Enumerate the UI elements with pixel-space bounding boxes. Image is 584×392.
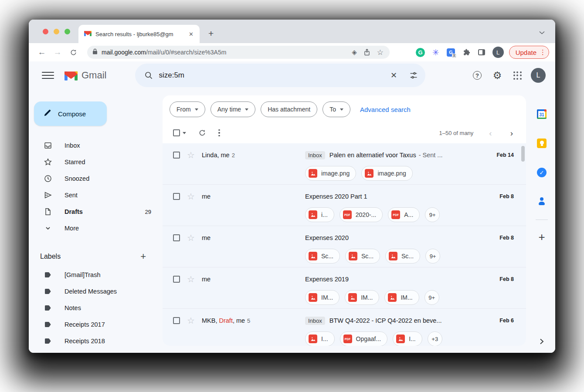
- label-item[interactable]: Receipts 2017: [29, 316, 163, 333]
- label-item[interactable]: [Gmail]Trash: [29, 267, 163, 283]
- label-item[interactable]: Notes: [29, 300, 163, 316]
- attachment-chip[interactable]: PDF 2020-...: [340, 207, 383, 222]
- sidebar-item-snoozed[interactable]: Snoozed: [29, 170, 163, 187]
- add-label-button[interactable]: +: [140, 251, 146, 262]
- filter-chip-from[interactable]: From: [170, 101, 205, 117]
- sidebar-item-more[interactable]: More: [29, 220, 163, 237]
- search-bar[interactable]: ✕: [135, 64, 425, 87]
- email-row[interactable]: ☆ Linda, me2 Inbox Palen en alternatief …: [163, 143, 526, 185]
- profile-avatar[interactable]: L: [492, 47, 504, 58]
- filter-chip-to[interactable]: To: [323, 101, 350, 117]
- sidebar-item-drafts[interactable]: Drafts 29: [29, 203, 163, 220]
- close-window-button[interactable]: [43, 29, 48, 34]
- minimize-window-button[interactable]: [54, 29, 59, 34]
- attachment-chip[interactable]: IM...: [345, 290, 379, 305]
- more-attachments-badge[interactable]: +3: [428, 331, 442, 346]
- lock-icon[interactable]: [92, 48, 98, 56]
- attachment-chip[interactable]: image.png: [305, 166, 356, 181]
- tasks-icon[interactable]: ✓: [537, 168, 547, 177]
- side-panel-icon[interactable]: [476, 47, 487, 58]
- attachment-chip[interactable]: i...: [305, 207, 334, 222]
- attachment-chip[interactable]: PDF Opgaaf...: [340, 331, 388, 346]
- keep-icon[interactable]: [537, 139, 547, 148]
- contacts-icon[interactable]: [537, 197, 547, 206]
- email-row[interactable]: ☆ me Expenses 2019 Feb 8 IM... IM... IM.…: [163, 267, 526, 309]
- forward-icon[interactable]: →: [51, 46, 64, 58]
- address-bar[interactable]: mail.google.com/mail/u/0/#search/size%3A…: [87, 46, 390, 59]
- attachment-chip[interactable]: Sc...: [385, 249, 420, 264]
- email-row[interactable]: ☆ MKB, Draft, me5 Inbox BTW Q4-2022 - IC…: [163, 309, 526, 346]
- calendar-icon[interactable]: 31: [537, 109, 547, 119]
- more-attachments-badge[interactable]: 9+: [425, 249, 440, 264]
- label-item[interactable]: Receipts 2018: [29, 333, 163, 349]
- refresh-icon[interactable]: [198, 129, 206, 137]
- browser-tab[interactable]: Search results - ljburke85@gm ✕: [78, 25, 200, 43]
- attachment-chip[interactable]: I...: [305, 331, 335, 346]
- blue-asterisk-extension-icon[interactable]: ✳: [430, 47, 441, 58]
- clear-search-icon[interactable]: ✕: [384, 65, 404, 85]
- email-row[interactable]: ☆ me Expenses 2020 Feb 8 Sc... Sc... Sc.…: [163, 226, 526, 267]
- attachment-chip[interactable]: I...: [393, 331, 422, 346]
- account-avatar[interactable]: L: [531, 68, 546, 83]
- reload-icon[interactable]: [67, 46, 79, 58]
- bookmark-star-icon[interactable]: ☆: [377, 48, 384, 57]
- add-addon-icon[interactable]: +: [538, 231, 545, 243]
- share-icon[interactable]: [364, 49, 370, 56]
- translate-icon[interactable]: G文: [445, 47, 457, 58]
- label-item[interactable]: Deleted Messages: [29, 283, 163, 300]
- new-tab-button[interactable]: +: [208, 29, 214, 38]
- tab-search-chevron-icon[interactable]: [539, 28, 545, 36]
- filter-chip-has-attachment[interactable]: Has attachment: [261, 101, 317, 117]
- attachment-chip[interactable]: PDF A...: [388, 207, 420, 222]
- sidebar-item-starred[interactable]: Starred: [29, 154, 163, 170]
- search-input[interactable]: [159, 71, 384, 80]
- help-icon[interactable]: ?: [467, 65, 487, 85]
- star-icon[interactable]: ☆: [186, 316, 196, 325]
- older-page-icon[interactable]: ›: [510, 129, 513, 137]
- settings-gear-icon[interactable]: ⚙: [487, 65, 507, 85]
- star-icon: [44, 158, 52, 166]
- tab-close-icon[interactable]: ✕: [187, 31, 195, 37]
- attachment-chip[interactable]: IM...: [384, 290, 419, 305]
- select-all-checkbox[interactable]: [173, 129, 180, 136]
- sidebar-item-sent[interactable]: Sent: [29, 187, 163, 203]
- maximize-window-button[interactable]: [65, 29, 70, 34]
- extensions-puzzle-icon[interactable]: [461, 47, 472, 58]
- attachment-chip[interactable]: IM...: [305, 290, 340, 305]
- star-icon[interactable]: ☆: [186, 233, 196, 242]
- star-icon[interactable]: ☆: [186, 151, 196, 159]
- more-attachments-badge[interactable]: 9+: [425, 207, 440, 222]
- collapse-panel-icon[interactable]: [528, 338, 555, 345]
- star-icon[interactable]: ☆: [186, 275, 196, 284]
- row-checkbox[interactable]: [173, 193, 180, 200]
- traffic-lights: [43, 29, 70, 34]
- filter-chip-any-time[interactable]: Any time: [211, 101, 255, 117]
- menu-icon[interactable]: [42, 72, 54, 79]
- row-checkbox[interactable]: [173, 152, 180, 159]
- select-dropdown-icon[interactable]: [183, 132, 186, 134]
- attachment-chip[interactable]: Sc...: [305, 249, 340, 264]
- compose-button[interactable]: Compose: [34, 101, 107, 126]
- newer-page-icon[interactable]: ‹: [489, 129, 492, 137]
- attachment-chip[interactable]: image.png: [361, 166, 412, 181]
- sidebar-item-inbox[interactable]: Inbox: [29, 137, 163, 154]
- advanced-search-link[interactable]: Advanced search: [360, 106, 411, 113]
- update-button[interactable]: Update⋮: [509, 46, 549, 59]
- star-icon[interactable]: ☆: [186, 192, 196, 201]
- more-options-icon[interactable]: [218, 129, 220, 137]
- row-checkbox[interactable]: [173, 317, 180, 324]
- email-row[interactable]: ☆ me Expenses 2020 Part 1 Feb 8 i... PDF…: [163, 185, 526, 226]
- apps-grid-icon[interactable]: [507, 65, 527, 85]
- grammarly-icon[interactable]: G: [415, 47, 426, 58]
- gmail-logo[interactable]: Gmail: [65, 70, 106, 81]
- more-attachments-badge[interactable]: 9+: [424, 290, 439, 305]
- update-menu-icon[interactable]: ⋮: [540, 48, 546, 56]
- search-icon[interactable]: [139, 65, 159, 85]
- list-scrollbar[interactable]: [521, 146, 525, 162]
- row-checkbox[interactable]: [173, 276, 180, 283]
- search-options-icon[interactable]: [404, 65, 424, 85]
- row-checkbox[interactable]: [173, 234, 180, 241]
- attachment-chip[interactable]: Sc...: [345, 249, 380, 264]
- back-icon[interactable]: ←: [36, 46, 48, 58]
- preview-diamond-icon[interactable]: ◈: [352, 48, 357, 56]
